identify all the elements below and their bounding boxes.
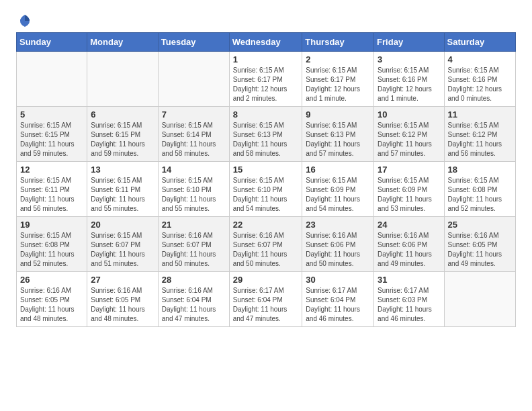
day-number: 21 [162,220,226,230]
day-cell: 14Sunrise: 6:15 AM Sunset: 6:10 PM Dayli… [158,162,229,217]
day-number: 19 [20,220,83,230]
day-info: Sunrise: 6:15 AM Sunset: 6:11 PM Dayligh… [91,177,145,212]
day-number: 23 [306,220,370,230]
day-number: 8 [233,109,299,120]
week-row-3: 12Sunrise: 6:15 AM Sunset: 6:11 PM Dayli… [17,162,516,217]
day-cell: 29Sunrise: 6:17 AM Sunset: 6:04 PM Dayli… [229,272,302,327]
day-cell: 19Sunrise: 6:15 AM Sunset: 6:08 PM Dayli… [17,217,87,272]
day-cell: 1Sunrise: 6:15 AM Sunset: 6:17 PM Daylig… [229,52,302,107]
calendar: SundayMondayTuesdayWednesdayThursdayFrid… [16,32,516,327]
day-cell: 28Sunrise: 6:16 AM Sunset: 6:04 PM Dayli… [158,272,229,327]
day-number: 17 [378,165,440,175]
day-cell: 17Sunrise: 6:15 AM Sunset: 6:09 PM Dayli… [374,162,444,217]
day-info: Sunrise: 6:16 AM Sunset: 6:05 PM Dayligh… [91,287,145,322]
day-cell: 23Sunrise: 6:16 AM Sunset: 6:06 PM Dayli… [302,217,374,272]
day-number: 25 [448,220,512,230]
day-cell: 24Sunrise: 6:16 AM Sunset: 6:06 PM Dayli… [374,217,444,272]
day-info: Sunrise: 6:16 AM Sunset: 6:07 PM Dayligh… [233,232,287,267]
day-number: 16 [306,165,370,175]
weekday-header-sunday: Sunday [17,33,87,52]
day-cell: 27Sunrise: 6:16 AM Sunset: 6:05 PM Dayli… [87,272,159,327]
day-info: Sunrise: 6:15 AM Sunset: 6:07 PM Dayligh… [91,232,145,267]
day-info: Sunrise: 6:15 AM Sunset: 6:10 PM Dayligh… [162,177,216,212]
day-cell: 30Sunrise: 6:17 AM Sunset: 6:04 PM Dayli… [302,272,374,327]
day-number: 29 [233,275,299,285]
week-row-4: 19Sunrise: 6:15 AM Sunset: 6:08 PM Dayli… [17,217,516,272]
day-info: Sunrise: 6:15 AM Sunset: 6:09 PM Dayligh… [378,177,432,212]
day-cell: 31Sunrise: 6:17 AM Sunset: 6:03 PM Dayli… [374,272,444,327]
day-cell: 15Sunrise: 6:15 AM Sunset: 6:10 PM Dayli… [229,162,302,217]
day-number: 2 [306,54,370,64]
day-number: 14 [162,165,226,175]
day-cell: 7Sunrise: 6:15 AM Sunset: 6:14 PM Daylig… [158,107,229,162]
weekday-header-friday: Friday [374,33,444,52]
day-number: 5 [20,109,83,120]
day-info: Sunrise: 6:17 AM Sunset: 6:04 PM Dayligh… [306,287,360,322]
day-info: Sunrise: 6:16 AM Sunset: 6:06 PM Dayligh… [378,232,432,267]
day-number: 10 [378,109,440,120]
day-number: 20 [91,220,154,230]
day-number: 12 [20,165,83,175]
day-cell [87,52,159,107]
day-info: Sunrise: 6:15 AM Sunset: 6:13 PM Dayligh… [233,122,287,157]
day-number: 9 [306,109,370,120]
weekday-header-saturday: Saturday [444,33,515,52]
day-info: Sunrise: 6:16 AM Sunset: 6:04 PM Dayligh… [162,287,216,322]
day-cell: 10Sunrise: 6:15 AM Sunset: 6:12 PM Dayli… [374,107,444,162]
day-info: Sunrise: 6:16 AM Sunset: 6:07 PM Dayligh… [162,232,216,267]
day-number: 22 [233,220,299,230]
day-cell: 6Sunrise: 6:15 AM Sunset: 6:15 PM Daylig… [87,107,159,162]
day-info: Sunrise: 6:16 AM Sunset: 6:05 PM Dayligh… [448,232,502,267]
day-info: Sunrise: 6:15 AM Sunset: 6:13 PM Dayligh… [306,122,360,157]
week-row-2: 5Sunrise: 6:15 AM Sunset: 6:15 PM Daylig… [17,107,516,162]
day-info: Sunrise: 6:15 AM Sunset: 6:08 PM Dayligh… [448,177,502,212]
day-cell: 18Sunrise: 6:15 AM Sunset: 6:08 PM Dayli… [444,162,515,217]
day-info: Sunrise: 6:16 AM Sunset: 6:05 PM Dayligh… [20,287,75,322]
day-info: Sunrise: 6:15 AM Sunset: 6:10 PM Dayligh… [233,177,287,212]
logo [16,13,32,27]
header [16,13,516,27]
day-info: Sunrise: 6:15 AM Sunset: 6:09 PM Dayligh… [306,177,360,212]
weekday-header-row: SundayMondayTuesdayWednesdayThursdayFrid… [17,33,516,52]
day-info: Sunrise: 6:17 AM Sunset: 6:04 PM Dayligh… [233,287,287,322]
day-cell: 4Sunrise: 6:15 AM Sunset: 6:16 PM Daylig… [444,52,515,107]
day-info: Sunrise: 6:17 AM Sunset: 6:03 PM Dayligh… [378,287,432,322]
day-info: Sunrise: 6:15 AM Sunset: 6:16 PM Dayligh… [378,66,432,102]
day-info: Sunrise: 6:15 AM Sunset: 6:11 PM Dayligh… [20,177,75,212]
day-info: Sunrise: 6:15 AM Sunset: 6:15 PM Dayligh… [91,122,145,157]
weekday-header-tuesday: Tuesday [158,33,229,52]
day-cell: 2Sunrise: 6:15 AM Sunset: 6:17 PM Daylig… [302,52,374,107]
day-number: 13 [91,165,154,175]
weekday-header-monday: Monday [87,33,159,52]
day-number: 6 [91,109,154,120]
day-info: Sunrise: 6:15 AM Sunset: 6:14 PM Dayligh… [162,122,216,157]
weekday-header-wednesday: Wednesday [229,33,302,52]
day-cell: 8Sunrise: 6:15 AM Sunset: 6:13 PM Daylig… [229,107,302,162]
day-number: 27 [91,275,154,285]
day-cell [17,52,87,107]
day-cell: 22Sunrise: 6:16 AM Sunset: 6:07 PM Dayli… [229,217,302,272]
day-number: 28 [162,275,226,285]
day-number: 7 [162,109,226,120]
day-info: Sunrise: 6:15 AM Sunset: 6:17 PM Dayligh… [233,66,287,102]
week-row-5: 26Sunrise: 6:16 AM Sunset: 6:05 PM Dayli… [17,272,516,327]
logo-icon [17,13,32,28]
day-cell [158,52,229,107]
day-cell: 3Sunrise: 6:15 AM Sunset: 6:16 PM Daylig… [374,52,444,107]
day-cell: 11Sunrise: 6:15 AM Sunset: 6:12 PM Dayli… [444,107,515,162]
day-info: Sunrise: 6:16 AM Sunset: 6:06 PM Dayligh… [306,232,360,267]
day-number: 24 [378,220,440,230]
day-cell: 12Sunrise: 6:15 AM Sunset: 6:11 PM Dayli… [17,162,87,217]
week-row-1: 1Sunrise: 6:15 AM Sunset: 6:17 PM Daylig… [17,52,516,107]
day-cell: 21Sunrise: 6:16 AM Sunset: 6:07 PM Dayli… [158,217,229,272]
day-number: 15 [233,165,299,175]
day-info: Sunrise: 6:15 AM Sunset: 6:15 PM Dayligh… [20,122,75,157]
day-info: Sunrise: 6:15 AM Sunset: 6:08 PM Dayligh… [20,232,75,267]
day-info: Sunrise: 6:15 AM Sunset: 6:12 PM Dayligh… [378,122,432,157]
day-cell: 5Sunrise: 6:15 AM Sunset: 6:15 PM Daylig… [17,107,87,162]
day-cell [444,272,515,327]
page: SundayMondayTuesdayWednesdayThursdayFrid… [0,0,532,340]
day-number: 3 [378,54,440,64]
day-number: 26 [20,275,83,285]
day-number: 30 [306,275,370,285]
